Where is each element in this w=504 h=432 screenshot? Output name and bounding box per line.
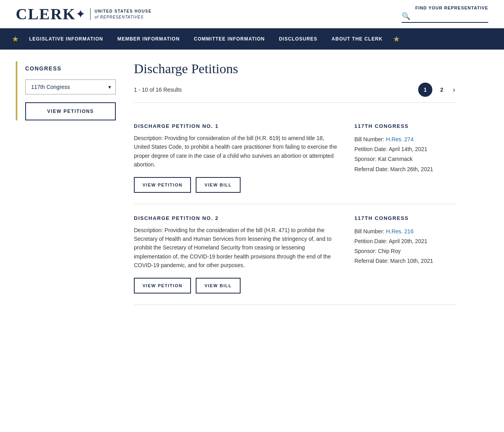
petition-date-row-1: Petition Date: April 14th, 2021: [354, 144, 457, 154]
page-title: Discharge Petitions: [134, 61, 457, 76]
nav-item-about[interactable]: ABOUT THE CLERK: [324, 36, 390, 42]
view-petition-2-button[interactable]: VIEW PETITION: [134, 278, 191, 294]
page-1-button[interactable]: 1: [418, 83, 432, 97]
sidebar-title: CONGRESS: [25, 65, 122, 72]
search-icon: 🔍: [402, 12, 410, 20]
main-nav: ★ LEGISLATIVE INFORMATION MEMBER INFORMA…: [0, 28, 504, 50]
results-pagination-bar: 1 - 10 of 16 Results 1 2 ›: [134, 83, 457, 103]
congress-label-2: 117TH CONGRESS: [354, 215, 457, 221]
sponsor-row-2: Sponsor: Chip Roy: [354, 246, 457, 256]
bill-number-link-1[interactable]: H.Res. 274: [386, 136, 413, 142]
petition-meta-2: Bill Number: H.Res. 216 Petition Date: A…: [354, 227, 457, 266]
find-rep-label: FIND YOUR REPRESENTATIVE: [402, 6, 488, 10]
referral-date-row-2: Referral Date: March 10th, 2021: [354, 256, 457, 266]
petition-right-2: 117TH CONGRESS Bill Number: H.Res. 216 P…: [354, 215, 457, 294]
congress-label-1: 117TH CONGRESS: [354, 123, 457, 129]
nav-star-right: ★: [393, 34, 400, 44]
logo-area: CLERK ✦ UNITED STATES HOUSE of REPRESENT…: [16, 5, 152, 23]
view-bill-2-button[interactable]: VIEW BILL: [196, 278, 240, 294]
nav-item-committee[interactable]: COMMITTEE INFORMATION: [187, 36, 272, 42]
petitions-area: Discharge Petitions 1 - 10 of 16 Results…: [134, 61, 457, 305]
sponsor-row-1: Sponsor: Kat Cammack: [354, 154, 457, 164]
logo: CLERK ✦: [16, 5, 85, 23]
view-bill-1-button[interactable]: VIEW BILL: [196, 177, 240, 193]
petition-buttons-2: VIEW PETITION VIEW BILL: [134, 278, 339, 294]
find-rep-area: FIND YOUR REPRESENTATIVE 🔍: [402, 6, 488, 23]
referral-date-row-1: Referral Date: March 26th, 2021: [354, 164, 457, 174]
petition-buttons-1: VIEW PETITION VIEW BILL: [134, 177, 339, 193]
find-rep-input[interactable]: [413, 13, 484, 19]
congress-select[interactable]: 117th Congress 116th Congress 115th Cong…: [25, 79, 116, 94]
sidebar: CONGRESS 117th Congress 116th Congress 1…: [16, 61, 122, 120]
clerk-logo-text: CLERK: [16, 5, 76, 23]
bill-number-link-2[interactable]: H.Res. 216: [386, 228, 413, 234]
petition-left-2: DISCHARGE PETITION NO. 2 Description: Pr…: [134, 215, 339, 294]
view-petitions-button[interactable]: VIEW PETITIONS: [25, 102, 116, 120]
petition-description-1: Description: Providing for consideration…: [134, 134, 339, 169]
petition-number-1: DISCHARGE PETITION NO. 1: [134, 123, 339, 129]
page-2-button[interactable]: 2: [435, 83, 449, 97]
view-petition-1-button[interactable]: VIEW PETITION: [134, 177, 191, 193]
nav-item-member[interactable]: MEMBER INFORMATION: [110, 36, 187, 42]
petition-item-1: DISCHARGE PETITION NO. 1 Description: Pr…: [134, 112, 457, 204]
petition-number-2: DISCHARGE PETITION NO. 2: [134, 215, 339, 221]
nav-item-legislative[interactable]: LEGISLATIVE INFORMATION: [22, 36, 110, 42]
find-rep-input-wrap: 🔍: [402, 12, 488, 23]
pagination: 1 2 ›: [418, 83, 457, 97]
nav-star-left: ★: [12, 34, 19, 44]
petition-left-1: DISCHARGE PETITION NO. 1 Description: Pr…: [134, 123, 339, 193]
logo-subtitle: UNITED STATES HOUSE of REPRESENTATIVES: [90, 8, 152, 20]
congress-select-wrap[interactable]: 117th Congress 116th Congress 115th Cong…: [25, 79, 116, 94]
petition-item-2: DISCHARGE PETITION NO. 2 Description: Pr…: [134, 204, 457, 305]
bill-number-row-2: Bill Number: H.Res. 216: [354, 227, 457, 236]
petition-description-2: Description: Providing for the considera…: [134, 226, 339, 270]
main-content: CONGRESS 117th Congress 116th Congress 1…: [0, 50, 472, 317]
petition-right-1: 117TH CONGRESS Bill Number: H.Res. 274 P…: [354, 123, 457, 193]
pagination-next-icon[interactable]: ›: [451, 86, 457, 94]
site-header: CLERK ✦ UNITED STATES HOUSE of REPRESENT…: [0, 0, 504, 28]
petition-meta-1: Bill Number: H.Res. 274 Petition Date: A…: [354, 135, 457, 174]
nav-item-disclosures[interactable]: DISCLOSURES: [272, 36, 324, 42]
feather-icon: ✦: [76, 7, 85, 21]
petition-date-row-2: Petition Date: April 20th, 2021: [354, 236, 457, 246]
results-count: 1 - 10 of 16 Results: [134, 87, 182, 93]
bill-number-row-1: Bill Number: H.Res. 274: [354, 135, 457, 144]
